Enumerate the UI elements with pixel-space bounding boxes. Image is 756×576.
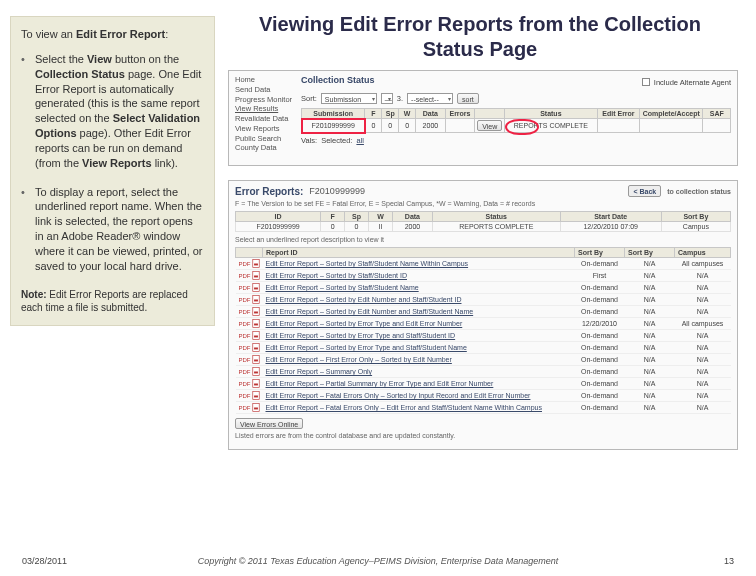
svg-rect-15 [254, 348, 258, 350]
include-checkbox[interactable] [642, 78, 650, 86]
sort-select-1[interactable]: Submission [321, 93, 377, 104]
report-link[interactable]: Edit Error Report – Sorted by Error Type… [266, 332, 456, 339]
svg-rect-23 [254, 396, 258, 398]
pdf-icon-cell: PDF [236, 342, 263, 354]
pdf-icon-cell: PDF [236, 330, 263, 342]
text: link). [152, 157, 178, 169]
sort-button[interactable]: sort [457, 93, 479, 104]
report-row: PDFEdit Error Report – Sorted by Error T… [236, 342, 731, 354]
report-link[interactable]: Edit Error Report – Sorted by Edit Numbe… [266, 308, 474, 315]
th: Sort By [661, 212, 730, 222]
report-link[interactable]: Edit Error Report – Sorted by Error Type… [266, 320, 463, 327]
view-errors-online-button[interactable]: View Errors Online [235, 418, 303, 429]
sort-select-3[interactable]: --select-- [407, 93, 453, 104]
report-link[interactable]: Edit Error Report – Sorted by Error Type… [266, 344, 467, 351]
report-row: PDFEdit Error Report – Fatal Errors Only… [236, 390, 731, 402]
cell-data: 2000 [392, 222, 432, 232]
leftnav-item[interactable]: View Reports [235, 124, 297, 134]
collection-status-table: SubmissionFSpWDataErrorsStatusEdit Error… [301, 108, 731, 133]
report-link[interactable]: Edit Error Report – Fatal Errors Only – … [266, 404, 542, 411]
report-name-cell: Edit Error Report – Sorted by Staff/Stud… [263, 282, 575, 294]
cell-errors [445, 119, 475, 133]
cell-submission: F2010999999 [302, 119, 365, 133]
svg-rect-19 [254, 372, 258, 374]
leftnav-item[interactable]: Progress Monitor [235, 95, 297, 105]
leftnav-item[interactable]: County Data [235, 143, 297, 153]
report-name-cell: Edit Error Report – Fatal Errors Only – … [263, 390, 575, 402]
svg-rect-11 [254, 324, 258, 326]
th: Submission [302, 109, 365, 119]
pdf-icon-cell: PDF [236, 282, 263, 294]
vals-all-link[interactable]: all [356, 136, 364, 145]
cell-sort1: On-demand [575, 282, 625, 294]
cell-view[interactable]: View [475, 119, 505, 133]
cell-campus: N/A [675, 282, 731, 294]
cell-sort1: On-demand [575, 402, 625, 414]
leftnav-item[interactable]: View Results [235, 104, 297, 114]
report-link[interactable]: Edit Error Report – Sorted by Staff/Stud… [266, 284, 419, 291]
th-report-id: Report ID [263, 248, 575, 258]
bullet-item: •Select the View button on the Collectio… [21, 52, 204, 171]
cell-sort1: First [575, 270, 625, 282]
th: ID [236, 212, 321, 222]
cell-sort2: N/A [625, 330, 675, 342]
report-link[interactable]: Edit Error Report – Sorted by Staff/Stud… [266, 272, 408, 279]
cell-campus: N/A [675, 378, 731, 390]
th: SAF [703, 109, 731, 119]
th: F [365, 109, 382, 119]
pdf-icon-cell: PDF [236, 318, 263, 330]
cell-campus: N/A [675, 354, 731, 366]
report-link[interactable]: Edit Error Report – Sorted by Staff/Stud… [266, 260, 469, 267]
leftnav-item[interactable]: Public Search [235, 134, 297, 144]
pdf-icon: PDF [239, 403, 260, 412]
report-link[interactable]: Edit Error Report – Summary Only [266, 368, 373, 375]
error-reports-panel: Error Reports: F2010999999 < Back to col… [228, 180, 738, 450]
cell-campus: N/A [675, 366, 731, 378]
text-bold: View Reports [82, 157, 152, 169]
page-title: Viewing Edit Error Reports from the Coll… [240, 12, 720, 62]
bullet-dot: • [21, 52, 35, 171]
pdf-icon-cell: PDF [236, 258, 263, 270]
report-link[interactable]: Edit Error Report – Sorted by Edit Numbe… [266, 296, 462, 303]
back-text: to collection status [667, 188, 731, 195]
th: Sp [382, 109, 399, 119]
svg-rect-3 [254, 276, 258, 278]
report-link[interactable]: Edit Error Report – First Error Only – S… [266, 356, 452, 363]
report-link[interactable]: Edit Error Report – Fatal Errors Only – … [266, 392, 531, 399]
view-button[interactable]: View [477, 120, 502, 131]
cell-ee [597, 119, 639, 133]
th: W [369, 212, 393, 222]
sort-select-2[interactable]: — [381, 93, 393, 104]
cell-campus: N/A [675, 270, 731, 282]
bullet-item: •To display a report, select the underli… [21, 185, 204, 274]
report-name-cell: Edit Error Report – Sorted by Staff/Stud… [263, 258, 575, 270]
cell-sort1: On-demand [575, 306, 625, 318]
cell-f: 0 [365, 119, 382, 133]
cell-id: F2010999999 [236, 222, 321, 232]
panel-title: Collection Status [301, 75, 375, 85]
cell-sort2: N/A [625, 294, 675, 306]
cell-campus: N/A [675, 306, 731, 318]
cell-campus: N/A [675, 330, 731, 342]
leftnav-item[interactable]: Revalidate Data [235, 114, 297, 124]
report-row: PDFEdit Error Report – First Error Only … [236, 354, 731, 366]
svg-rect-17 [254, 360, 258, 362]
pdf-icon: PDF [239, 343, 260, 352]
cell-sort2: N/A [625, 378, 675, 390]
cell-sort2: N/A [625, 318, 675, 330]
report-name-cell: Edit Error Report – Sorted by Error Type… [263, 318, 575, 330]
leftnav-item[interactable]: Home [235, 75, 297, 85]
bullet-list: •Select the View button on the Collectio… [21, 52, 204, 274]
legend-text: F = The Version to be set FE = Fatal Err… [235, 200, 731, 207]
cell-campus: N/A [675, 294, 731, 306]
report-name-cell: Edit Error Report – Sorted by Edit Numbe… [263, 306, 575, 318]
report-name-cell: Edit Error Report – Sorted by Staff/Stud… [263, 270, 575, 282]
cell-sort2: N/A [625, 306, 675, 318]
back-button[interactable]: < Back [628, 185, 661, 197]
cell-campus: All campuses [675, 258, 731, 270]
leftnav-item[interactable]: Send Data [235, 85, 297, 95]
report-row: PDFEdit Error Report – Summary OnlyOn-de… [236, 366, 731, 378]
report-link[interactable]: Edit Error Report – Partial Summary by E… [266, 380, 494, 387]
report-row: PDFEdit Error Report – Sorted by Staff/S… [236, 258, 731, 270]
th [475, 109, 505, 119]
